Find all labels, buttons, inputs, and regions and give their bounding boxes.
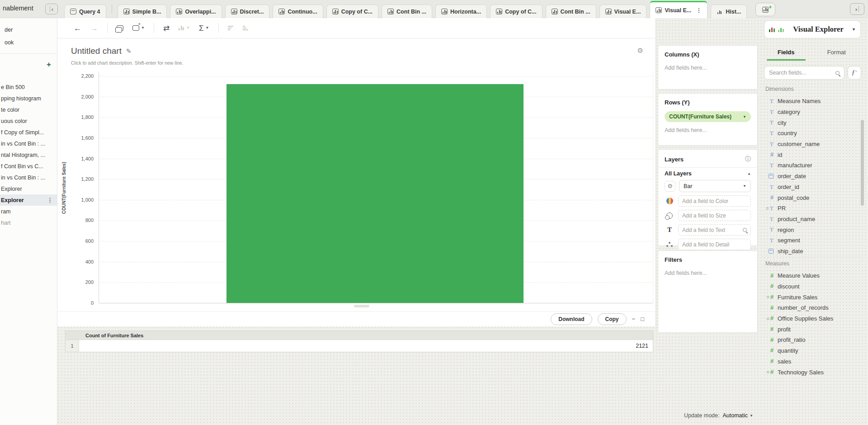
field-product-name[interactable]: Tproduct_name <box>761 214 859 225</box>
tab-fields[interactable]: Fields <box>761 45 811 59</box>
sidebar-item-ntal-histogram[interactable]: ntal Histogram, ... <box>0 149 57 161</box>
maximize-table-icon[interactable]: □ <box>641 316 644 322</box>
update-mode-dropdown[interactable]: Automatic ▼ <box>722 412 753 419</box>
minimize-table-icon[interactable]: − <box>632 316 636 322</box>
field-id[interactable]: #id <box>761 149 859 160</box>
chart-description-placeholder[interactable]: Click to add chart description. Shift-en… <box>71 60 184 66</box>
add-item-button[interactable]: + <box>47 61 51 68</box>
swap-axes-icon[interactable]: ⇄ <box>163 24 170 32</box>
tab-cont-bin[interactable]: Cont Bin ... <box>382 5 432 18</box>
filters-drop-target[interactable]: Add fields here... <box>665 270 751 276</box>
pill-caret-icon[interactable]: ▼ <box>743 115 746 119</box>
expand-panel-icon[interactable]: › <box>850 3 864 15</box>
undo-icon[interactable]: ← <box>74 24 81 32</box>
chart-options-icon[interactable]: ▼ <box>132 25 145 31</box>
field-country[interactable]: Tcountry <box>761 128 859 139</box>
new-chart-button[interactable]: + <box>755 3 775 16</box>
columns-drop-target[interactable]: Add fields here... <box>665 65 751 71</box>
field-manufacturer[interactable]: Tmanufacturer <box>761 160 859 171</box>
chart-title[interactable]: Untitled chart <box>71 46 122 56</box>
edit-title-icon[interactable]: ✎ <box>126 47 132 55</box>
rows-drop-target[interactable]: Add fields here... <box>665 127 751 133</box>
info-icon[interactable]: ⓘ <box>745 155 751 163</box>
sidebar-item-ram[interactable]: ram <box>0 206 57 217</box>
field-discount[interactable]: #discount <box>761 281 859 292</box>
sidebar-item-f-cont-bin-vs-c[interactable]: f Cont Bin vs C... <box>0 161 57 172</box>
field-order-date[interactable]: order_date <box>761 171 859 182</box>
tab-overlappi[interactable]: Overlappi... <box>170 5 222 18</box>
field-segment[interactable]: Tsegment <box>761 235 859 246</box>
field-furniture-sales[interactable]: #Furniture Sales <box>761 292 859 302</box>
sidebar-item-der[interactable]: der <box>0 24 57 36</box>
field-profit-ratio[interactable]: #profit_ratio <box>761 335 859 345</box>
resize-grip[interactable] <box>354 305 369 307</box>
field-customer-name[interactable]: Tcustomer_name <box>761 139 859 150</box>
sidebar-item-f-copy-of-simpl[interactable]: f Copy of Simpl... <box>0 127 57 138</box>
aggregate-sigma-icon[interactable]: Σ▼ <box>199 24 209 32</box>
chart-title-row[interactable]: Untitled chart ✎ <box>71 46 132 56</box>
tab-visual-e[interactable]: Visual E...⋮ <box>650 1 708 18</box>
tab-format[interactable]: Format <box>811 45 862 59</box>
tab-copy-of-c[interactable]: Copy of C... <box>490 5 542 18</box>
tab-horizonta[interactable]: Horizonta... <box>435 5 487 18</box>
drop-zone-text[interactable]: Add a field to Text <box>678 224 751 236</box>
results-row[interactable]: 1 2121 <box>65 340 653 352</box>
drop-zone-detail[interactable]: Add a field to Detail <box>678 239 751 250</box>
tab-label: Visual E... <box>665 7 691 14</box>
search-fields-input[interactable]: Search fields... <box>764 66 844 80</box>
sidebar-item-pping-histogram[interactable]: pping histogram <box>0 93 57 104</box>
sidebar-item-e-bin-500[interactable]: e Bin 500 <box>0 81 57 93</box>
tab-continuo[interactable]: Continuo... <box>273 5 323 18</box>
field-number-of-records[interactable]: #number_of_records <box>761 302 859 313</box>
rows-field-pill[interactable]: COUNT(Furniture Sales) ▼ <box>665 111 751 122</box>
item-menu-icon[interactable]: ⋮ <box>47 197 53 203</box>
sidebar-item-label: in vs Cont Bin : ... <box>1 175 45 181</box>
tab-menu-icon[interactable]: ⋮ <box>696 7 702 14</box>
tab-query-4[interactable]: Query 4 <box>64 5 106 18</box>
tab-copy-of-c[interactable]: Copy of C... <box>326 5 378 18</box>
copy-button[interactable]: Copy <box>598 313 627 325</box>
sidebar-item-explorer[interactable]: Explorer <box>0 183 57 194</box>
sidebar-item-hart[interactable]: hart <box>0 217 57 228</box>
collapse-layers-icon[interactable]: ▼ <box>747 172 751 176</box>
explorer-switcher[interactable]: Visual Explorer ▼ <box>764 20 861 38</box>
field-measure-values[interactable]: #Measure Values <box>761 270 859 281</box>
bar-mark[interactable] <box>226 84 524 303</box>
field-technology-sales[interactable]: #Technology Sales <box>761 367 859 378</box>
sidebar-item-te-color[interactable]: te color <box>0 104 57 115</box>
field-postal-code[interactable]: #postal_code <box>761 192 859 203</box>
sidebar-item-in-vs-cont-bin[interactable]: in vs Cont Bin : ... <box>0 172 57 183</box>
field-ship-date[interactable]: ship_date <box>761 246 859 257</box>
duplicate-chart-icon[interactable] <box>117 25 123 31</box>
y-tick-label: 1,800 <box>81 114 94 120</box>
field-measure-names[interactable]: TMeasure Names <box>761 96 859 107</box>
tab-simple-b[interactable]: Simple B... <box>118 5 167 18</box>
add-formula-button[interactable]: ƒ+ <box>848 66 861 80</box>
drop-zone-size[interactable]: Add a field to Size <box>678 210 751 221</box>
tab-discret[interactable]: Discret... <box>225 5 270 18</box>
tab-cont-bin[interactable]: Cont Bin ... <box>546 5 596 18</box>
mark-type-dropdown[interactable]: Bar ▼ <box>679 180 751 192</box>
field-sales[interactable]: #sales <box>761 356 859 367</box>
fields-scrollbar[interactable] <box>861 120 864 206</box>
layer-settings-gear-icon[interactable]: ⚙ <box>665 181 675 192</box>
field-region[interactable]: Tregion <box>761 224 859 235</box>
tab-hist[interactable]: Hist... <box>711 5 747 18</box>
sidebar-item-uous-color[interactable]: uous color <box>0 115 57 127</box>
field-order-id[interactable]: Torder_id <box>761 182 859 193</box>
download-button[interactable]: Download <box>551 313 592 325</box>
collapse-panel-icon[interactable]: ‹ <box>45 4 58 14</box>
drop-zone-color[interactable]: Add a field to Color <box>678 195 751 207</box>
sidebar-item-explorer[interactable]: Explorer⋮ <box>0 194 57 206</box>
field-quantity[interactable]: #quantity <box>761 345 859 356</box>
chart-settings-gear-icon[interactable]: ⚙ <box>637 47 643 55</box>
sidebar-item-ook[interactable]: ook <box>0 36 57 49</box>
field-office-supplies-sales[interactable]: #Office Supplies Sales <box>761 313 859 324</box>
field-city[interactable]: Tcity <box>761 117 859 128</box>
tab-label: Simple B... <box>132 9 161 15</box>
field-profit[interactable]: #profit <box>761 324 859 335</box>
field-category[interactable]: Tcategory <box>761 107 859 118</box>
sidebar-item-in-vs-cont-bin[interactable]: in vs Cont Bin : ... <box>0 138 57 149</box>
tab-visual-e[interactable]: Visual E... <box>599 5 647 18</box>
field-pr[interactable]: TPR <box>761 203 859 214</box>
